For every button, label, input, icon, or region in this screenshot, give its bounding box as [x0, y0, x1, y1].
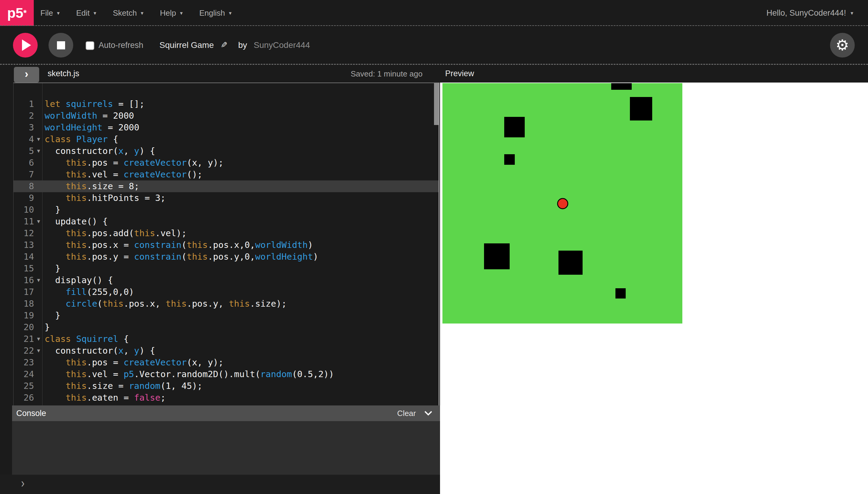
chevron-down-icon[interactable] — [424, 411, 432, 416]
gutter-divider — [42, 83, 42, 405]
code-text: constructor(x, y) { — [44, 345, 155, 357]
code-line[interactable]: 6 this.pos = createVector(x, y); — [14, 157, 439, 169]
squirrel-square — [484, 243, 510, 269]
code-line[interactable]: 1let squirrels = []; — [14, 98, 439, 110]
code-line[interactable]: 12 this.pos.add(this.vel); — [14, 227, 439, 239]
line-number: 10 — [14, 204, 34, 216]
code-text: this.pos.y = constrain(this.pos.y,0,worl… — [44, 251, 318, 263]
code-line[interactable]: 26 this.eaten = false; — [14, 392, 439, 404]
code-lines: 1let squirrels = [];2worldWidth = 20003w… — [14, 98, 439, 405]
code-line[interactable]: 11▼ update() { — [14, 216, 439, 227]
chevron-down-icon: ▼ — [228, 11, 233, 16]
line-number: 4 — [14, 133, 34, 145]
line-number: 7 — [14, 169, 34, 180]
edit-pencil-icon[interactable]: ✎ — [221, 40, 227, 50]
code-text: this.size = 8; — [44, 180, 139, 192]
saved-status: Saved: 1 minute ago — [305, 69, 423, 79]
stop-button[interactable] — [49, 33, 73, 58]
code-line[interactable]: 9 this.hitPoints = 3; — [14, 192, 439, 204]
code-line[interactable]: 18 circle(this.pos.x, this.pos.y, this.s… — [14, 298, 439, 310]
menu-file[interactable]: File▼ — [40, 8, 60, 18]
chevron-down-icon: ▼ — [93, 11, 97, 16]
p5-logo-text: p5 — [7, 5, 23, 21]
console-header[interactable]: Console Clear — [12, 405, 440, 421]
code-text: } — [44, 263, 60, 274]
file-tab-sketch-js[interactable]: sketch.js — [48, 69, 79, 78]
code-text: this.pos.add(this.vel); — [44, 227, 187, 239]
line-number: 15 — [14, 263, 34, 274]
code-editor[interactable]: 1let squirrels = [];2worldWidth = 20003w… — [13, 82, 439, 405]
code-line[interactable]: 21▼class Squirrel { — [14, 333, 439, 345]
stop-icon — [57, 41, 65, 50]
code-line[interactable]: 22▼ constructor(x, y) { — [14, 345, 439, 357]
line-number: 5 — [14, 145, 34, 157]
fold-arrow-icon[interactable]: ▼ — [35, 216, 42, 227]
nav-menus: File▼Edit▼Sketch▼Help▼English▼ — [40, 0, 233, 26]
owner-link[interactable]: SunyCoder444 — [254, 40, 310, 50]
squirrel-square — [611, 83, 632, 90]
code-text: let squirrels = []; — [44, 98, 145, 110]
line-number: 3 — [14, 122, 34, 133]
menu-sketch[interactable]: Sketch▼ — [113, 8, 144, 18]
code-line[interactable]: 8 this.size = 8; — [14, 180, 439, 192]
line-number: 14 — [14, 251, 34, 263]
chevron-down-icon: ▼ — [179, 11, 184, 16]
console-clear-button[interactable]: Clear — [397, 409, 416, 418]
fold-arrow-icon[interactable]: ▼ — [35, 345, 42, 357]
settings-button[interactable]: ⚙ — [830, 33, 855, 58]
code-line[interactable]: 13 this.pos.x = constrain(this.pos.x,0,w… — [14, 239, 439, 251]
code-line[interactable]: 16▼ display() { — [14, 274, 439, 286]
menu-english[interactable]: English▼ — [199, 8, 233, 18]
code-text: this.vel = p5.Vector.random2D().mult(ran… — [44, 368, 334, 380]
code-line[interactable]: 14 this.pos.y = constrain(this.pos.y,0,w… — [14, 251, 439, 263]
code-line[interactable]: 3worldHeight = 2000 — [14, 122, 439, 133]
code-line[interactable]: 17 fill(255,0,0) — [14, 286, 439, 298]
editor-scrollbar-thumb[interactable] — [434, 83, 439, 125]
code-line[interactable]: 5▼ constructor(x, y) { — [14, 145, 439, 157]
code-line[interactable]: 10 } — [14, 204, 439, 216]
code-line[interactable]: 20} — [14, 321, 439, 333]
chevron-right-icon: › — [25, 68, 28, 80]
squirrel-square — [558, 251, 583, 275]
code-text: } — [44, 310, 60, 321]
line-number: 1 — [14, 98, 34, 110]
code-line[interactable]: 25 this.size = random(1, 45); — [14, 380, 439, 392]
line-number: 13 — [14, 239, 34, 251]
top-nav-bar: p5* File▼Edit▼Sketch▼Help▼English▼ Hello… — [0, 0, 868, 26]
console-input-row[interactable]: › — [0, 475, 440, 494]
chevron-down-icon: ▼ — [850, 11, 854, 16]
code-text: circle(this.pos.x, this.pos.y, this.size… — [44, 298, 287, 310]
squirrel-square — [504, 154, 515, 165]
fold-arrow-icon[interactable]: ▼ — [35, 145, 42, 157]
code-text: } — [44, 321, 50, 333]
code-line[interactable]: 23 this.pos = createVector(x, y); — [14, 357, 439, 368]
play-icon — [22, 39, 31, 51]
menu-label: English — [199, 8, 225, 18]
code-line[interactable]: 7 this.vel = createVector(); — [14, 169, 439, 180]
play-button[interactable] — [13, 33, 38, 58]
code-line[interactable]: 24 this.vel = p5.Vector.random2D().mult(… — [14, 368, 439, 380]
code-text: class Squirrel { — [44, 333, 129, 345]
account-menu[interactable]: Hello, SunyCoder444! ▼ — [767, 0, 854, 26]
code-text: constructor(x, y) { — [44, 145, 155, 157]
code-line[interactable]: 2worldWidth = 2000 — [14, 110, 439, 122]
sidebar-expand-button[interactable]: › — [14, 67, 39, 82]
fold-arrow-icon[interactable]: ▼ — [35, 133, 42, 145]
code-line[interactable]: 19 } — [14, 310, 439, 321]
line-number: 2 — [14, 110, 34, 122]
code-line[interactable]: 15 } — [14, 263, 439, 274]
fold-arrow-icon[interactable]: ▼ — [35, 274, 42, 286]
line-number: 18 — [14, 298, 34, 310]
menu-edit[interactable]: Edit▼ — [76, 8, 97, 18]
menu-help[interactable]: Help▼ — [160, 8, 184, 18]
line-number: 24 — [14, 368, 34, 380]
p5-logo[interactable]: p5* — [0, 0, 34, 26]
gear-icon: ⚙ — [836, 38, 849, 53]
preview-label: Preview — [445, 69, 474, 78]
by-label: by — [238, 40, 247, 50]
fold-arrow-icon[interactable]: ▼ — [35, 333, 42, 345]
auto-refresh-checkbox[interactable] — [86, 41, 94, 50]
code-line[interactable]: 4▼class Player { — [14, 133, 439, 145]
preview-panel — [440, 82, 868, 494]
code-text: class Player { — [44, 133, 118, 145]
